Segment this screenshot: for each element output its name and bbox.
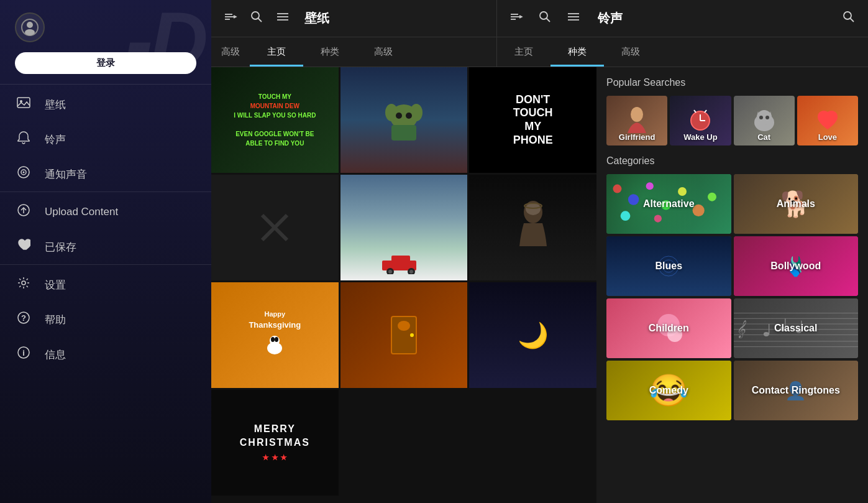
svg-rect-3: [17, 98, 30, 108]
svg-point-73: [678, 187, 687, 196]
svg-point-53: [275, 337, 278, 342]
svg-line-32: [851, 19, 854, 22]
sidebar-bg-logo: -D: [126, 0, 205, 81]
category-item-children[interactable]: Children: [606, 298, 731, 358]
wallpaper-cell-moon[interactable]: 🌙: [469, 282, 596, 388]
sidebar-item-settings[interactable]: 设置: [0, 267, 211, 302]
search-item-cat[interactable]: Cat: [734, 96, 795, 145]
sidebar-item-help[interactable]: ? 帮助: [0, 302, 211, 337]
svg-point-68: [765, 116, 769, 119]
tab-wallpaper-home[interactable]: 主页: [250, 37, 303, 67]
ringtone-panel: Popular Searches Girlfriend: [596, 67, 868, 503]
svg-rect-38: [391, 125, 416, 141]
info-icon: i: [15, 346, 32, 363]
svg-text:?: ?: [21, 313, 26, 323]
sidebar-item-saved[interactable]: 已保存: [0, 229, 211, 264]
category-label-comedy: Comedy: [649, 385, 688, 396]
sidebar: -D 登录 壁纸 铃声 通知声音: [0, 0, 211, 503]
svg-line-62: [705, 110, 706, 113]
category-item-contact-ringtones[interactable]: 👤 Contact Ringtones: [734, 361, 859, 420]
menu-icon-wallpaper[interactable]: [273, 7, 292, 29]
svg-point-37: [406, 113, 412, 119]
svg-point-56: [398, 321, 410, 331]
category-label-contact-ringtones: Contact Ringtones: [752, 385, 840, 396]
wallpaper-cell-snoopy[interactable]: Happy Thanksgiving: [211, 282, 339, 388]
topbar-wallpaper: 壁纸: [211, 0, 497, 37]
search-item-label-cat: Cat: [734, 132, 795, 142]
wallpaper-title: 壁纸: [304, 10, 329, 27]
tab-wallpaper-categories[interactable]: 种类: [303, 37, 357, 67]
sort-icon[interactable]: [221, 7, 240, 29]
popular-searches-title: Popular Searches: [606, 77, 858, 88]
category-label-blues: Blues: [655, 261, 682, 272]
sidebar-item-label-help: 帮助: [45, 313, 66, 327]
svg-point-45: [388, 270, 392, 274]
tab-ringtone-home[interactable]: 主页: [497, 37, 550, 67]
sidebar-item-label-settings: 设置: [45, 278, 66, 292]
svg-point-71: [646, 182, 654, 190]
category-label-bollywood: Bollywood: [770, 261, 821, 272]
svg-point-69: [613, 185, 621, 193]
sidebar-item-wallpaper[interactable]: 壁纸: [0, 87, 211, 122]
wallpaper-cell-touch-dew[interactable]: TOUCH MY MOUNTAIN DEW I WILL SLAP YOU SO…: [211, 67, 339, 173]
svg-point-51: [270, 336, 280, 346]
settings-icon: [15, 276, 32, 293]
category-item-animals[interactable]: 🐕 Animals: [734, 174, 859, 234]
search-icon-ringtone[interactable]: [536, 7, 554, 29]
sidebar-item-upload[interactable]: Upload Content: [0, 195, 211, 229]
search-grid: Girlfriend Wake Up: [606, 96, 858, 145]
svg-point-10: [22, 281, 25, 285]
svg-point-70: [628, 194, 639, 205]
svg-line-61: [694, 110, 696, 113]
search-item-wakeup[interactable]: Wake Up: [670, 96, 731, 145]
upload-icon: [15, 203, 32, 221]
category-item-comedy[interactable]: 😂 Comedy: [606, 361, 731, 420]
search-item-label-wakeup: Wake Up: [670, 132, 731, 142]
svg-point-75: [621, 211, 631, 221]
search-item-label-love: Love: [797, 132, 858, 142]
search-item-love[interactable]: Love: [797, 96, 858, 145]
main-content: 壁纸: [211, 0, 868, 503]
sidebar-item-label-upload: Upload Content: [45, 206, 118, 218]
tab-wallpaper-extra[interactable]: 高级: [211, 37, 250, 67]
sidebar-item-label-notification: 通知声音: [45, 167, 87, 182]
svg-point-76: [654, 215, 662, 222]
svg-point-7: [23, 172, 25, 173]
sidebar-item-label-saved: 已保存: [45, 240, 76, 254]
ringtone-icon: [15, 131, 32, 148]
wallpaper-cell-jesus[interactable]: [469, 175, 596, 280]
wallpaper-cell-snow[interactable]: [340, 175, 468, 280]
svg-point-35: [410, 104, 423, 121]
wallpaper-cell-merry-xmas[interactable]: MERRY CHRISTMAS ★ ★ ★: [211, 390, 339, 496]
sidebar-item-notification[interactable]: 通知声音: [0, 157, 211, 192]
category-item-classical[interactable]: 𝄞 Classical: [734, 298, 859, 358]
navtabs-wallpaper: 高级 主页 种类 高级: [211, 37, 497, 67]
search-icon-wallpaper[interactable]: [247, 7, 266, 29]
categories-grid: Alternative 🐕 Animals: [606, 174, 858, 420]
wallpaper-cell-xmark1[interactable]: [211, 175, 339, 280]
category-label-children: Children: [649, 323, 689, 334]
sidebar-item-info[interactable]: i 信息: [0, 337, 211, 372]
category-item-alternative[interactable]: Alternative: [606, 174, 731, 234]
svg-point-34: [385, 104, 398, 121]
svg-point-2: [25, 29, 35, 35]
category-label-alternative: Alternative: [643, 198, 695, 210]
menu-icon-ringtone[interactable]: [564, 7, 583, 29]
wallpaper-cell-door[interactable]: [340, 282, 468, 388]
wallpaper-cell-baby-yoda[interactable]: [340, 67, 468, 173]
tab-wallpaper-advanced[interactable]: 高级: [357, 37, 410, 67]
sidebar-item-ringtone[interactable]: 铃声: [0, 122, 211, 157]
svg-point-55: [410, 333, 414, 337]
search-icon-ringtone-right[interactable]: [839, 7, 858, 29]
svg-point-1: [27, 22, 33, 28]
wallpaper-cell-dont-touch[interactable]: DON'TTOUCHMYPHONE: [469, 67, 596, 173]
category-item-blues[interactable]: Blues: [606, 236, 731, 296]
category-item-bollywood[interactable]: 🩱 Bollywood: [734, 236, 859, 296]
search-item-girlfriend[interactable]: Girlfriend: [606, 96, 667, 145]
sort-icon-ringtone[interactable]: [507, 7, 526, 29]
tab-ringtone-categories[interactable]: 种类: [550, 37, 604, 67]
svg-point-36: [396, 113, 402, 119]
avatar: [15, 12, 45, 42]
sidebar-divider-2: [0, 192, 211, 192]
tab-ringtone-advanced[interactable]: 高级: [604, 37, 657, 67]
